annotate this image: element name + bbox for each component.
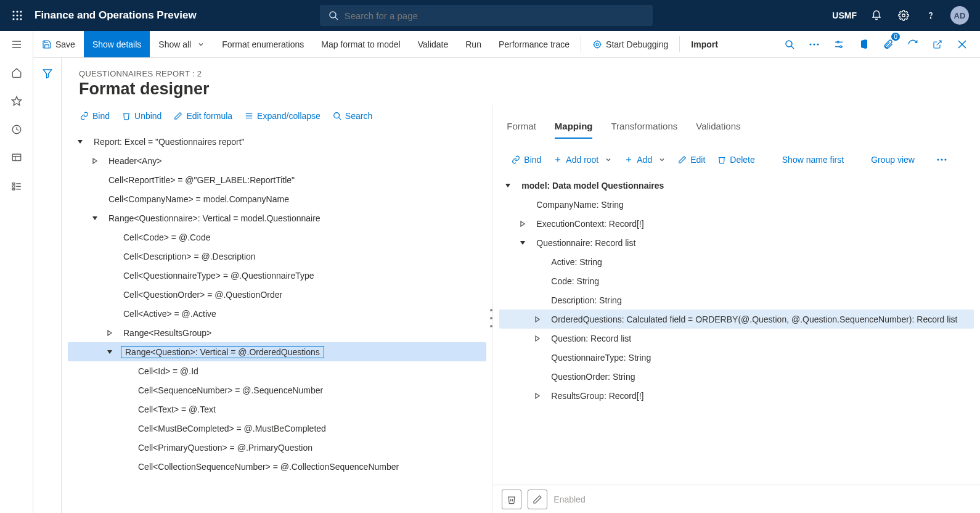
search-action-icon[interactable]	[779, 34, 800, 55]
show-all-button[interactable]: Show all	[150, 31, 213, 57]
top-navbar: Finance and Operations Preview USMF AD	[0, 0, 980, 31]
global-search[interactable]	[320, 5, 653, 26]
more-actions-icon[interactable]	[804, 34, 825, 55]
popout-icon[interactable]	[927, 34, 948, 55]
show-details-button[interactable]: Show details	[84, 31, 150, 57]
settings-icon[interactable]	[896, 8, 911, 23]
refresh-icon[interactable]	[902, 34, 923, 55]
office-icon[interactable]	[853, 34, 874, 55]
notifications-icon[interactable]	[869, 8, 884, 23]
svg-point-37	[817, 43, 819, 45]
svg-point-36	[813, 43, 815, 45]
app-launcher-icon[interactable]	[5, 3, 30, 28]
close-icon[interactable]	[952, 34, 973, 55]
hamburger-icon[interactable]	[9, 37, 24, 52]
map-format-button[interactable]: Map format to model	[312, 31, 409, 57]
svg-point-39	[840, 46, 842, 47]
format-enumerations-button[interactable]: Format enumerations	[213, 31, 312, 57]
validate-button[interactable]: Validate	[409, 31, 457, 57]
svg-line-34	[791, 46, 794, 49]
svg-point-27	[596, 43, 598, 46]
svg-point-33	[786, 41, 792, 47]
svg-point-1	[16, 10, 18, 12]
performance-trace-button[interactable]: Performance trace	[490, 31, 578, 57]
company-selector[interactable]: USMF	[832, 10, 857, 20]
svg-point-0	[12, 10, 14, 12]
svg-point-11	[902, 14, 905, 17]
left-rail	[0, 31, 33, 58]
run-button[interactable]: Run	[457, 31, 490, 57]
svg-point-35	[809, 43, 811, 45]
svg-point-8	[20, 18, 22, 20]
svg-point-6	[12, 18, 14, 20]
svg-point-12	[930, 18, 931, 18]
app-title: Finance and Operations Preview	[35, 9, 197, 22]
user-avatar[interactable]: AD	[950, 6, 969, 25]
svg-point-38	[837, 41, 839, 43]
svg-point-28	[594, 41, 601, 47]
svg-point-7	[16, 18, 18, 20]
svg-line-10	[335, 17, 338, 20]
global-search-input[interactable]	[345, 10, 644, 21]
svg-point-2	[20, 10, 22, 12]
svg-point-3	[12, 14, 14, 16]
svg-point-4	[16, 14, 18, 16]
attachments-icon[interactable]: 0	[878, 34, 899, 55]
start-debugging-button[interactable]: Start Debugging	[584, 31, 677, 57]
save-button[interactable]: Save	[33, 31, 84, 57]
options-icon[interactable]	[828, 34, 849, 55]
svg-point-9	[330, 12, 336, 18]
attachments-badge: 0	[891, 33, 900, 41]
import-button[interactable]: Import	[682, 31, 727, 57]
action-bar: Save Show details Show all Format enumer…	[0, 31, 980, 58]
help-icon[interactable]	[923, 8, 938, 23]
svg-point-5	[20, 14, 22, 16]
svg-line-40	[937, 41, 941, 45]
